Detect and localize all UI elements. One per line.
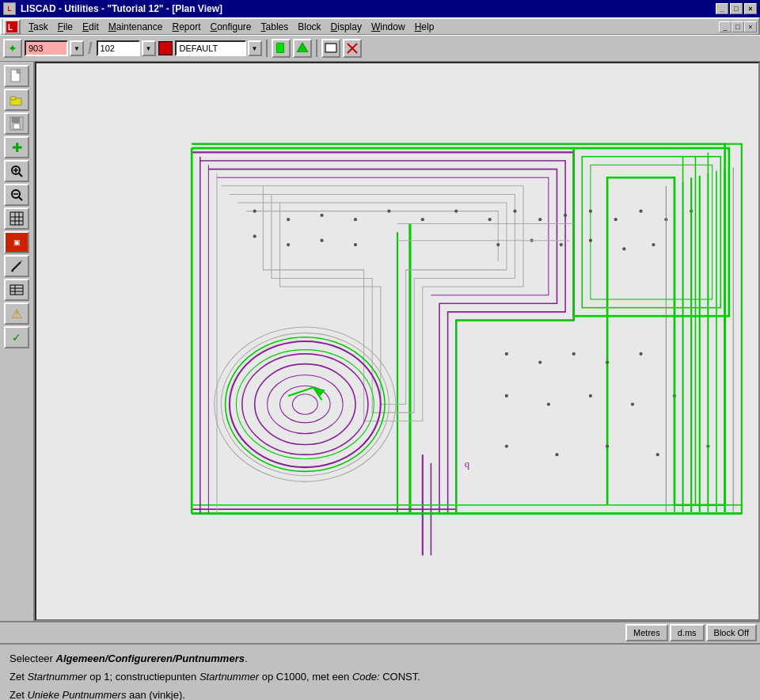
svg-point-85 — [547, 402, 550, 405]
svg-rect-24 — [10, 212, 23, 225]
inner-close-button[interactable]: × — [744, 21, 757, 32]
main-area: ✚ ▣ ⚠ ✓ — [0, 62, 760, 621]
lt-zoomin-btn[interactable] — [4, 160, 29, 182]
menu-tables[interactable]: Tables — [256, 20, 294, 34]
tb-btn-3[interactable] — [321, 39, 340, 58]
lt-crosshair-btn[interactable]: ✚ — [4, 136, 29, 158]
svg-point-90 — [555, 453, 558, 456]
field1-dropdown[interactable]: ▼ — [70, 40, 84, 56]
field3-dropdown[interactable]: ▼ — [248, 40, 262, 56]
svg-point-72 — [354, 243, 357, 246]
svg-point-78 — [652, 243, 655, 246]
svg-point-84 — [505, 394, 508, 398]
menu-path-bold: Algemeen/Configureren/Puntnummers — [56, 652, 245, 664]
menu-maintenance[interactable]: Maintenance — [104, 20, 168, 34]
menu-edit[interactable]: Edit — [78, 20, 104, 34]
menu-display[interactable]: Display — [326, 20, 367, 34]
svg-point-64 — [589, 210, 592, 213]
menu-help[interactable]: Help — [410, 20, 439, 34]
lt-grid-btn[interactable] — [4, 207, 29, 230]
svg-rect-13 — [10, 97, 16, 100]
menu-configure[interactable]: Configure — [206, 20, 256, 34]
tb-btn-4[interactable] — [343, 39, 362, 58]
unieke-puntnummers: Unieke Puntnummers — [27, 689, 126, 700]
main-toolbar: ✦ ▼ / ▼ DEFAULT ▼ — [0, 35, 760, 62]
lt-table-btn[interactable] — [4, 279, 29, 301]
svg-point-69 — [253, 234, 256, 238]
svg-point-62 — [538, 218, 542, 221]
block-off-button[interactable]: Block Off — [706, 624, 757, 641]
svg-point-83 — [639, 352, 642, 356]
svg-point-82 — [606, 360, 609, 363]
lt-layer-btn[interactable]: ▣ — [4, 231, 29, 253]
inner-maximize-button[interactable]: □ — [732, 21, 744, 32]
field2-input[interactable] — [97, 40, 140, 56]
left-toolbar: ✚ ▣ ⚠ ✓ — [0, 62, 35, 621]
svg-point-87 — [631, 402, 634, 405]
bottom-text-area: Selecteer Algemeen/Configureren/Puntnumm… — [0, 643, 760, 700]
svg-point-61 — [513, 210, 516, 213]
sep1 — [266, 40, 268, 57]
svg-point-86 — [589, 394, 592, 398]
canvas-area: q — [35, 62, 760, 621]
menu-report[interactable]: Report — [167, 20, 205, 34]
minimize-button[interactable]: _ — [716, 3, 728, 14]
lt-new-btn[interactable] — [4, 65, 29, 87]
metres-button[interactable]: Metres — [625, 624, 668, 641]
svg-line-22 — [19, 197, 22, 200]
svg-line-30 — [21, 261, 22, 262]
title-bar: L LISCAD - Utilities - "Tutorial 12" - [… — [0, 0, 760, 17]
tb-btn-2[interactable] — [293, 39, 312, 58]
startnummer2: Startnummer — [200, 671, 259, 683]
dms-button[interactable]: d.ms — [670, 624, 705, 641]
color-indicator[interactable] — [158, 41, 173, 55]
svg-point-60 — [488, 218, 492, 221]
status-bar: Metres d.ms Block Off — [0, 621, 760, 643]
svg-point-54 — [287, 218, 290, 221]
tb-btn-1[interactable] — [272, 39, 291, 58]
lt-pen-btn[interactable] — [4, 255, 29, 277]
menu-logo-btn[interactable]: L — [3, 19, 21, 35]
svg-point-76 — [589, 239, 592, 242]
app-title: LISCAD - Utilities - "Tutorial 12" - [Pl… — [21, 3, 716, 14]
instruction-line3: Zet Unieke Puntnummers aan (vinkje). — [10, 687, 750, 700]
svg-line-29 — [12, 262, 21, 271]
svg-point-53 — [253, 210, 256, 213]
svg-point-92 — [656, 453, 659, 456]
svg-point-79 — [505, 352, 508, 356]
field2-dropdown[interactable]: ▼ — [142, 40, 156, 56]
lt-open-btn[interactable] — [4, 89, 29, 111]
startnummer1: Startnummer — [27, 671, 86, 683]
menu-window[interactable]: Window — [367, 20, 410, 34]
field1-group: ▼ — [25, 40, 84, 56]
window-controls[interactable]: _ □ × — [716, 3, 757, 14]
svg-point-70 — [287, 243, 290, 246]
menu-bar: L Task File Edit Maintenance Report Conf… — [0, 17, 760, 35]
field1-input[interactable] — [25, 40, 68, 56]
svg-point-81 — [572, 352, 576, 356]
app-icon: L — [3, 2, 16, 15]
menu-task[interactable]: Task — [24, 20, 53, 34]
inner-minimize-button[interactable]: _ — [719, 21, 732, 32]
svg-point-80 — [538, 360, 542, 363]
svg-text:q: q — [465, 458, 470, 470]
default-field: DEFAULT — [175, 40, 246, 56]
svg-point-57 — [387, 210, 390, 213]
svg-point-58 — [421, 218, 424, 221]
lt-checkmark-btn[interactable]: ✓ — [4, 326, 29, 348]
sep2 — [316, 40, 317, 57]
lt-warning-btn[interactable]: ⚠ — [4, 302, 29, 325]
close-button[interactable]: × — [744, 3, 757, 14]
svg-text:L: L — [8, 23, 13, 32]
svg-point-75 — [560, 243, 563, 246]
menu-file[interactable]: File — [53, 20, 78, 34]
toolbar-star-btn[interactable]: ✦ — [3, 39, 22, 58]
svg-point-66 — [639, 210, 642, 213]
svg-point-56 — [354, 218, 357, 221]
code-italic: Code: — [352, 671, 380, 683]
lt-save-btn[interactable] — [4, 112, 29, 135]
maximize-button[interactable]: □ — [730, 3, 743, 14]
lt-zoomout-btn[interactable] — [4, 184, 29, 206]
svg-point-65 — [614, 218, 618, 221]
menu-block[interactable]: Block — [293, 20, 325, 34]
